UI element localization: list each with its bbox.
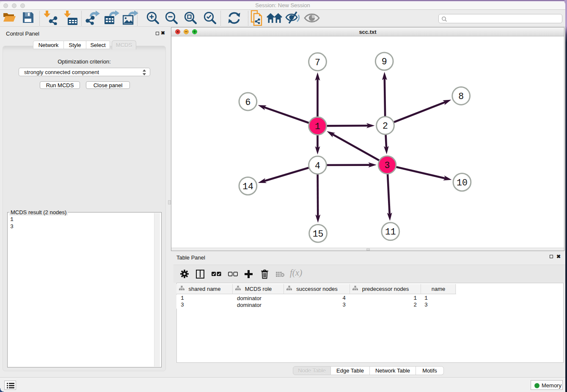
svg-text:6: 6 bbox=[245, 97, 250, 108]
svg-text:10: 10 bbox=[457, 178, 468, 188]
svg-text:14: 14 bbox=[242, 182, 253, 192]
svg-text:4: 4 bbox=[315, 161, 320, 171]
svg-text:11: 11 bbox=[385, 227, 396, 237]
svg-text:15: 15 bbox=[313, 229, 324, 239]
svg-text:9: 9 bbox=[382, 57, 387, 67]
svg-text:8: 8 bbox=[458, 91, 464, 102]
svg-text:2: 2 bbox=[383, 121, 388, 131]
svg-text:1: 1 bbox=[315, 121, 320, 132]
svg-text:3: 3 bbox=[385, 160, 390, 171]
svg-text:7: 7 bbox=[315, 58, 320, 68]
